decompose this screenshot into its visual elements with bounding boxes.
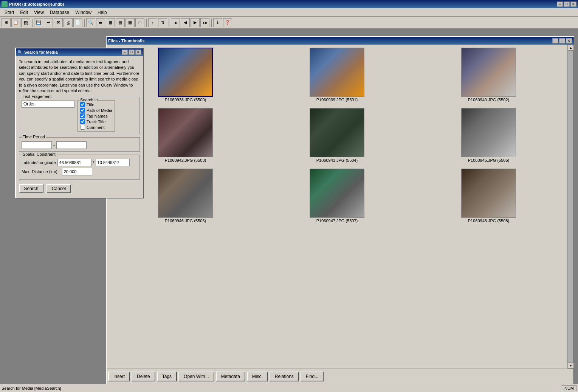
metadata-button[interactable]: Metadata xyxy=(216,372,245,381)
thumbnails-content[interactable]: P1060938.JPG (5500) P1060939.JPG (5501) … xyxy=(107,45,567,369)
max-dist-input[interactable] xyxy=(62,168,92,175)
tb-info[interactable]: ℹ xyxy=(213,18,222,27)
checkbox-path: Path of Media xyxy=(80,108,112,113)
checkbox-title-input[interactable] xyxy=(80,102,85,107)
scrollbar-track[interactable] xyxy=(568,51,573,363)
menu-start[interactable]: Start xyxy=(2,9,17,16)
insert-button[interactable]: Insert xyxy=(108,372,130,381)
tb-undo[interactable]: ↩ xyxy=(44,18,53,27)
time-period-group: Time Period - xyxy=(19,137,140,152)
thumbnail-img-wrap-6 xyxy=(461,108,516,157)
search-dialog-titlebar: 🔍 Search for Media – □ ✕ xyxy=(16,48,143,56)
thumbnails-scrollbar[interactable]: ▲ ▼ xyxy=(567,45,573,369)
tb-view[interactable]: □ xyxy=(135,18,144,27)
delete-button[interactable]: Delete xyxy=(132,372,155,381)
search-dialog-close[interactable]: ✕ xyxy=(135,50,141,55)
time-start-input[interactable] xyxy=(22,141,52,149)
thumbnail-img-wrap-8 xyxy=(310,169,364,218)
find-button[interactable]: Find... xyxy=(301,372,324,381)
search-dialog-maximize[interactable]: □ xyxy=(129,50,135,55)
thumbnail-img-wrap-3 xyxy=(461,48,516,97)
close-button[interactable]: ✕ xyxy=(570,2,576,7)
thumbnail-label-9: P1060948.JPG (5508) xyxy=(468,218,509,223)
search-in-label: Search in xyxy=(79,98,98,102)
status-num: NUM xyxy=(562,385,576,391)
maximize-button[interactable]: □ xyxy=(564,2,570,7)
thumbnail-item-3[interactable]: P1060940.JPG (5502) xyxy=(416,48,561,102)
thumbnails-titlebar: Files - Thumbnails – □ ✕ xyxy=(107,37,573,45)
coord-separator: / xyxy=(93,160,94,165)
checkbox-tracktitle-input[interactable] xyxy=(80,119,85,124)
checkbox-tracktitle: Track Title xyxy=(80,119,112,124)
checkbox-path-label: Path of Media xyxy=(87,108,112,113)
tb-prev[interactable]: ◀ xyxy=(181,18,190,27)
text-fragment-label: Text Fragement xyxy=(22,94,53,99)
tb-grid2[interactable]: ▤ xyxy=(116,18,125,27)
time-end-input[interactable] xyxy=(56,141,87,149)
scrollbar-down[interactable]: ▼ xyxy=(568,363,574,369)
tb-help[interactable]: ❓ xyxy=(223,18,232,27)
spatial-label: Spatial Constraint xyxy=(22,152,57,156)
scrollbar-up[interactable]: ▲ xyxy=(568,45,574,51)
thumbnail-image-4 xyxy=(158,108,212,157)
thumbnail-item-6[interactable]: P1060945.JPG (5505) xyxy=(416,108,561,163)
tb-save[interactable]: 💾 xyxy=(34,18,43,27)
thumbnail-item-2[interactable]: P1060939.JPG (5501) xyxy=(264,48,410,102)
checkbox-tagnames-label: Tag Names xyxy=(87,114,108,118)
search-button[interactable]: Search xyxy=(19,184,43,193)
lat-lon-label: Latitude/Longitude xyxy=(22,160,56,165)
thumbnails-title: Files - Thumbnails xyxy=(108,39,145,43)
thumbnails-close[interactable]: ✕ xyxy=(566,38,572,43)
checkbox-tagnames-input[interactable] xyxy=(80,113,85,118)
search-dialog-minimize[interactable]: – xyxy=(122,50,128,55)
thumbnails-maximize[interactable]: □ xyxy=(559,38,565,43)
latitude-input[interactable] xyxy=(57,159,91,166)
toolbar-sep-4 xyxy=(169,19,169,27)
tags-button[interactable]: Tags xyxy=(157,372,177,381)
menu-bar: Start Edit View Database Window Help xyxy=(0,8,578,17)
tb-print[interactable]: 🖨 xyxy=(64,18,73,27)
checkbox-title-label: Title xyxy=(87,102,94,107)
tb-next[interactable]: ▶ xyxy=(191,18,200,27)
max-dist-row: Max. Distance (km) xyxy=(22,168,137,175)
tb-grid3[interactable]: ▦ xyxy=(126,18,135,27)
cancel-button[interactable]: Cancel xyxy=(46,184,71,193)
minimize-button[interactable]: – xyxy=(557,2,563,7)
tb-sort1[interactable]: ↕ xyxy=(148,18,157,27)
tb-image[interactable]: 🖼 xyxy=(21,18,30,27)
title-bar: PHOR (d:\fotos\phorje.mdb) – □ ✕ xyxy=(0,0,578,8)
relations-button[interactable]: Relations xyxy=(270,372,299,381)
tb-doc[interactable]: 📄 xyxy=(73,18,82,27)
tb-copy[interactable]: 📋 xyxy=(11,18,20,27)
checkbox-path-input[interactable] xyxy=(80,108,85,113)
thumbnail-item-9[interactable]: P1060948.JPG (5508) xyxy=(416,169,561,223)
tb-last[interactable]: ⏭ xyxy=(200,18,209,27)
checkbox-comment-input[interactable] xyxy=(80,125,85,130)
tb-delete[interactable]: ✖ xyxy=(54,18,63,27)
longitude-input[interactable] xyxy=(96,159,130,166)
tb-first[interactable]: ⏮ xyxy=(171,18,180,27)
checkbox-tracktitle-label: Track Title xyxy=(87,119,105,124)
thumbnail-item-8[interactable]: P1060947.JPG (5507) xyxy=(264,169,410,223)
menu-window[interactable]: Window xyxy=(72,9,95,16)
thumbnail-item-5[interactable]: P1060943.JPG (5504) xyxy=(264,108,410,163)
thumbnail-label-8: P1060947.JPG (5507) xyxy=(316,218,358,223)
tb-grid1[interactable]: ▦ xyxy=(106,18,115,27)
misc-button[interactable]: Misc. xyxy=(247,372,268,381)
tb-search[interactable]: 🔍 xyxy=(86,18,95,27)
menu-view[interactable]: View xyxy=(31,9,47,16)
time-period-content: - xyxy=(22,139,137,149)
tb-sort2[interactable]: ⇅ xyxy=(158,18,167,27)
text-fragment-input[interactable] xyxy=(22,100,74,108)
thumbnail-image-6 xyxy=(462,108,516,157)
menu-edit[interactable]: Edit xyxy=(17,9,31,16)
thumbnails-minimize[interactable]: – xyxy=(552,38,558,43)
tb-list[interactable]: ☰ xyxy=(96,18,105,27)
tb-new[interactable]: ⊞ xyxy=(2,18,11,27)
open-with-button[interactable]: Open With... xyxy=(178,372,214,381)
thumbnails-controls: – □ ✕ xyxy=(552,38,572,43)
thumbnail-image-9 xyxy=(462,169,516,217)
menu-database[interactable]: Database xyxy=(47,9,72,16)
menu-help[interactable]: Help xyxy=(95,9,110,16)
thumbnail-label-5: P1060943.JPG (5504) xyxy=(316,158,358,163)
